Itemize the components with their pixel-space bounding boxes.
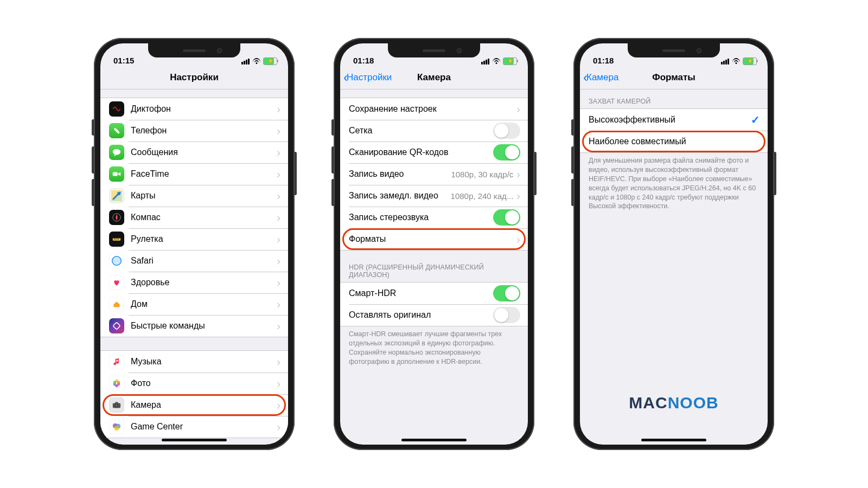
settings-row-voice-memos[interactable]: Диктофон › xyxy=(100,98,288,120)
chevron-right-icon: › xyxy=(277,320,280,332)
svg-point-6 xyxy=(113,257,121,265)
camera-row-grid[interactable]: Сетка xyxy=(340,120,528,142)
settings-row-game-center[interactable]: Game Center › xyxy=(100,416,288,438)
measure-icon xyxy=(109,232,124,247)
settings-row-compass[interactable]: Компас › xyxy=(100,207,288,228)
battery-icon: ⚡ xyxy=(743,57,757,65)
camera-row-formats[interactable]: Форматы › xyxy=(340,228,528,250)
switch-qr[interactable] xyxy=(493,144,520,160)
camera-row-stereo[interactable]: Запись стереозвука xyxy=(340,207,528,228)
nav-back-button[interactable]: ‹ Настройки xyxy=(343,71,392,84)
row-label: Музыка xyxy=(131,357,277,367)
settings-row-camera[interactable]: Камера › xyxy=(100,394,288,416)
home-indicator[interactable] xyxy=(641,439,706,441)
section-footer-capture: Для уменьшения размера файла снимайте фо… xyxy=(580,153,768,211)
maps-icon xyxy=(109,188,124,203)
camera-row-record-slomo[interactable]: Запись замедл. видео 1080p, 240 кад... › xyxy=(340,185,528,207)
switch-stereo[interactable] xyxy=(493,209,520,226)
wifi-icon xyxy=(492,58,500,65)
nav-title: Настройки xyxy=(170,72,219,83)
row-label: Game Center xyxy=(131,422,277,432)
chevron-right-icon: › xyxy=(516,168,520,181)
row-label: Сетка xyxy=(349,126,493,136)
svg-rect-4 xyxy=(113,238,120,241)
row-label: Диктофон xyxy=(131,104,277,114)
nav-back-label: Камера xyxy=(586,72,618,83)
nav-title: Форматы xyxy=(652,72,695,83)
chevron-right-icon: › xyxy=(516,190,520,202)
shortcuts-icon xyxy=(109,318,124,333)
notch xyxy=(388,43,480,57)
formats-row-high-efficiency[interactable]: Высокоэффективный ✓ xyxy=(580,109,768,131)
home-indicator[interactable] xyxy=(401,439,467,441)
compass-icon xyxy=(109,210,124,225)
status-time: 01:18 xyxy=(353,56,374,65)
chevron-right-icon: › xyxy=(277,399,280,412)
row-label: Сканирование QR-кодов xyxy=(349,147,493,157)
status-time: 01:15 xyxy=(113,56,134,65)
health-icon xyxy=(109,275,124,290)
settings-row-health[interactable]: Здоровье › xyxy=(100,272,288,293)
notch xyxy=(148,43,240,57)
camera-row-smart-hdr[interactable]: Смарт-HDR xyxy=(340,282,528,304)
camera-row-record-video[interactable]: Запись видео 1080p, 30 кадр/с › xyxy=(340,163,528,185)
home-indicator[interactable] xyxy=(162,439,227,441)
svg-point-0 xyxy=(113,149,120,155)
switch-keep-original[interactable] xyxy=(493,307,520,323)
settings-row-home[interactable]: Дом › xyxy=(100,293,288,315)
switch-smart-hdr[interactable] xyxy=(493,285,520,301)
row-label: Дом xyxy=(131,299,277,309)
section-header-capture: ЗАХВАТ КАМЕРОЙ xyxy=(580,98,768,108)
chevron-right-icon: › xyxy=(277,255,280,267)
chevron-right-icon: › xyxy=(277,298,280,311)
chevron-right-icon: › xyxy=(277,211,280,224)
battery-icon: ⚡ xyxy=(263,57,277,65)
nav-bar: ‹ Камера Форматы xyxy=(580,66,768,89)
camera-row-qr[interactable]: Сканирование QR-кодов xyxy=(340,142,528,163)
voice-memos-icon xyxy=(109,101,124,117)
formats-row-most-compatible[interactable]: Наиболее совместимый xyxy=(580,131,768,152)
camera-settings-list[interactable]: Сохранение настроек › Сетка Сканирование… xyxy=(340,88,528,445)
camera-row-keep-original[interactable]: Оставлять оригинал xyxy=(340,304,528,326)
row-label: Сохранение настроек xyxy=(349,104,516,114)
settings-row-facetime[interactable]: FaceTime › xyxy=(100,163,288,185)
settings-row-safari[interactable]: Safari › xyxy=(100,250,288,272)
messages-icon xyxy=(109,145,124,160)
notch xyxy=(628,43,720,57)
chevron-right-icon: › xyxy=(277,168,280,181)
game-center-icon xyxy=(109,419,124,434)
settings-row-photos[interactable]: Фото › xyxy=(100,373,288,394)
settings-row-music[interactable]: Музыка › xyxy=(100,351,288,373)
camera-row-preserve[interactable]: Сохранение настроек › xyxy=(340,98,528,120)
switch-grid[interactable] xyxy=(493,123,520,139)
settings-row-shortcuts[interactable]: Быстрые команды › xyxy=(100,315,288,337)
settings-row-measure[interactable]: Рулетка › xyxy=(100,228,288,250)
settings-list[interactable]: Диктофон › Телефон › Сообщения › xyxy=(100,88,288,445)
battery-icon: ⚡ xyxy=(503,57,517,65)
row-label: Запись замедл. видео xyxy=(349,191,451,201)
row-label: Оставлять оригинал xyxy=(349,310,493,320)
chevron-right-icon: › xyxy=(277,377,280,390)
chevron-right-icon: › xyxy=(277,190,280,202)
settings-row-maps[interactable]: Карты › xyxy=(100,185,288,207)
svg-point-2 xyxy=(117,192,120,195)
svg-point-20 xyxy=(114,426,119,431)
iphone-device-2: 01:18 ⚡ ‹ Настройки Камера Сохранение на… xyxy=(334,38,534,450)
row-label: Запись стереозвука xyxy=(349,213,493,222)
cellular-icon xyxy=(481,59,489,65)
svg-point-13 xyxy=(113,381,116,384)
wifi-icon xyxy=(252,58,260,65)
row-label: Safari xyxy=(131,256,277,266)
row-value: 1080p, 30 кадр/с xyxy=(451,170,513,179)
row-label: FaceTime xyxy=(131,169,277,179)
row-label: Компас xyxy=(131,213,277,222)
row-label: Высокоэффективный xyxy=(589,115,751,125)
wifi-icon xyxy=(732,58,740,65)
settings-row-phone[interactable]: Телефон › xyxy=(100,120,288,142)
formats-list[interactable]: ЗАХВАТ КАМЕРОЙ Высокоэффективный ✓ Наибо… xyxy=(580,88,768,445)
settings-row-messages[interactable]: Сообщения › xyxy=(100,142,288,163)
checkmark-icon: ✓ xyxy=(751,113,760,126)
nav-back-button[interactable]: ‹ Камера xyxy=(583,71,618,84)
iphone-device-1: 01:15 ⚡ Настройки Диктофон › xyxy=(94,38,295,450)
watermark: MACNOOB xyxy=(580,394,768,412)
